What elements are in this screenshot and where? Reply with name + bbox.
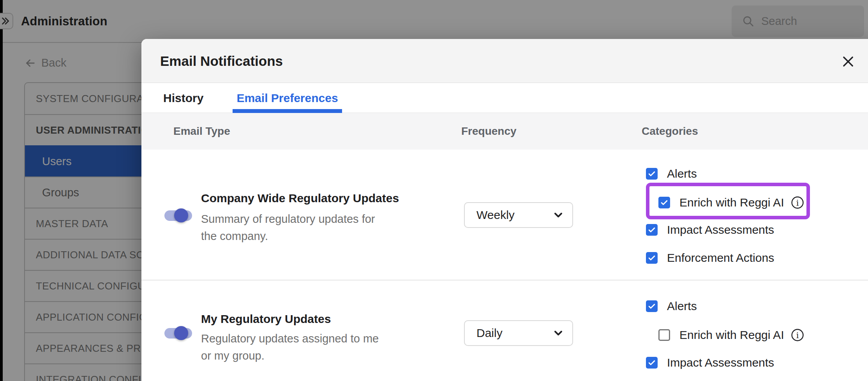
- table-row: My Regulatory Updates Regulatory updates…: [141, 280, 868, 381]
- category-label: Enrich with Reggi AI: [679, 196, 784, 209]
- checkbox[interactable]: [646, 300, 658, 312]
- description-line: Regulatory updates assigned to me: [201, 330, 379, 347]
- email-type-description: Regulatory updates assigned to me or my …: [201, 330, 379, 364]
- modal-header: Email Notifications: [141, 39, 868, 83]
- toggle-thumb: [174, 208, 188, 222]
- modal-tab-bar: History Email Preferences: [141, 83, 868, 113]
- tab-email-preferences[interactable]: Email Preferences: [233, 83, 342, 113]
- email-enabled-toggle[interactable]: [164, 210, 192, 221]
- modal-title: Email Notifications: [160, 39, 283, 83]
- checkbox[interactable]: [646, 357, 658, 369]
- description-line: the company.: [201, 228, 375, 245]
- description-line: Summary of regulatory updates for: [201, 210, 375, 228]
- administration-page: Administration Back SYSTEM CONFIGURATION…: [0, 0, 868, 381]
- category-checkbox-alerts[interactable]: Alerts: [646, 168, 697, 180]
- category-label: Enrich with Reggi AI: [679, 328, 784, 342]
- column-header-email-type: Email Type: [173, 113, 230, 150]
- column-header-categories: Categories: [642, 113, 698, 150]
- frequency-select[interactable]: Weekly: [464, 202, 573, 228]
- checkbox[interactable]: [646, 224, 658, 236]
- checkbox[interactable]: [658, 197, 670, 208]
- category-label: Alerts: [667, 167, 697, 180]
- close-button[interactable]: [837, 51, 859, 72]
- category-checkbox-enrich-reggi-ai[interactable]: Enrich with Reggi AI i: [658, 197, 804, 208]
- checkbox[interactable]: [646, 252, 658, 264]
- email-type-title: My Regulatory Updates: [201, 312, 331, 326]
- info-icon[interactable]: i: [791, 196, 804, 209]
- close-icon: [841, 54, 856, 69]
- toggle-thumb: [174, 326, 188, 340]
- email-type-description: Summary of regulatory updates for the co…: [201, 210, 375, 245]
- table-row: Company Wide Regulatory Updates Summary …: [141, 150, 868, 280]
- category-label: Enforcement Actions: [667, 251, 774, 265]
- svg-text:i: i: [796, 331, 799, 340]
- category-checkbox-enforcement-actions[interactable]: Enforcement Actions: [646, 252, 774, 264]
- frequency-select[interactable]: Daily: [464, 320, 573, 346]
- category-checkbox-impact-assessments[interactable]: Impact Assessments: [646, 357, 774, 369]
- email-type-title: Company Wide Regulatory Updates: [201, 192, 399, 205]
- category-checkbox-impact-assessments[interactable]: Impact Assessments: [646, 224, 774, 236]
- frequency-select-value: Weekly: [476, 208, 515, 222]
- svg-text:i: i: [796, 198, 799, 208]
- info-icon[interactable]: i: [791, 328, 804, 342]
- column-header-frequency: Frequency: [461, 113, 517, 150]
- email-notifications-modal: Email Notifications History Email Prefer…: [141, 39, 868, 381]
- email-enabled-toggle[interactable]: [164, 328, 192, 339]
- tab-history[interactable]: History: [163, 83, 203, 113]
- frequency-select-value: Daily: [476, 326, 503, 340]
- category-label: Impact Assessments: [667, 356, 774, 369]
- category-checkbox-alerts[interactable]: Alerts: [646, 300, 697, 312]
- table-header-row: Email Type Frequency Categories: [141, 113, 868, 150]
- chevron-down-icon: [552, 209, 565, 221]
- checkbox[interactable]: [658, 329, 670, 341]
- category-checkbox-enrich-reggi-ai[interactable]: Enrich with Reggi AI i: [658, 329, 804, 341]
- category-label: Impact Assessments: [667, 223, 774, 236]
- category-label: Alerts: [667, 300, 697, 313]
- chevron-down-icon: [552, 327, 565, 339]
- checkbox[interactable]: [646, 168, 658, 180]
- description-line: or my group.: [201, 347, 379, 364]
